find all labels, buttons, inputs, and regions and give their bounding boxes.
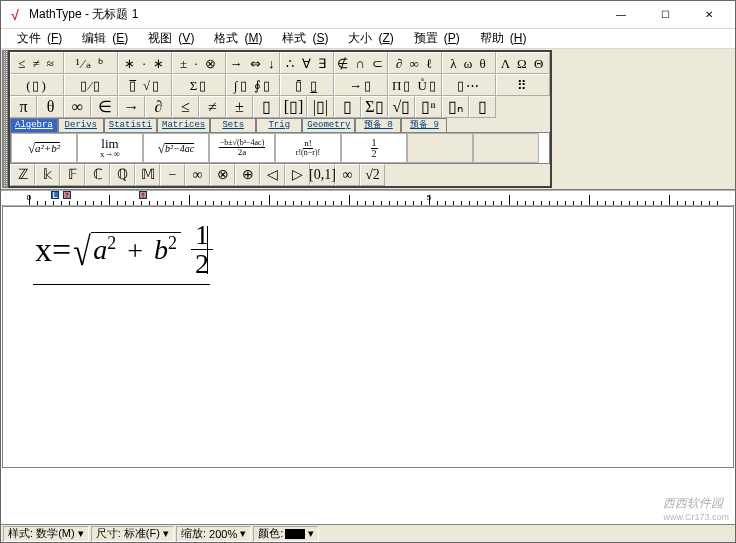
tab-statisti[interactable]: Statisti xyxy=(104,118,157,132)
symrow-btn-5[interactable]: 𝕄 xyxy=(135,164,160,186)
status-color[interactable]: 颜色: ▾ xyxy=(253,526,319,542)
palette2-btn-1[interactable]: ▯⁄▯ xyxy=(64,74,118,96)
symbol-palette: ≤ ≠ ≈¹⁄ₐ ᵇ∗ ∙ ∗± ∙ ⊗→ ⇔ ↓∴ ∀ ∃∉ ∩ ⊂∂ ∞ ℓ… xyxy=(8,50,552,188)
tab-matrices[interactable]: Matrices xyxy=(157,118,210,132)
equation-lhs: x= xyxy=(35,231,71,269)
window-title: MathType - 无标题 1 xyxy=(29,6,599,23)
palette3-btn-4[interactable]: → xyxy=(118,96,145,118)
menu-size[interactable]: 大小(Z) xyxy=(336,28,399,49)
template-limit[interactable]: limx→∞ xyxy=(77,133,143,163)
maximize-button[interactable]: ☐ xyxy=(643,2,687,28)
template-empty-1[interactable] xyxy=(407,133,473,163)
palette1-btn-6[interactable]: ∉ ∩ ⊂ xyxy=(334,52,388,74)
menu-view[interactable]: 视图(V) xyxy=(136,28,200,49)
tab-预备-8[interactable]: 预备 8 xyxy=(355,118,401,132)
palette3-btn-5[interactable]: ∂ xyxy=(145,96,172,118)
palette3-btn-15[interactable]: ▯ⁿ xyxy=(415,96,442,118)
app-icon: √ xyxy=(7,7,23,23)
symrow-btn-10[interactable]: ◁ xyxy=(260,164,285,186)
palette2-btn-5[interactable]: ▯̄ ▯̲ xyxy=(280,74,334,96)
minimize-button[interactable]: — xyxy=(599,2,643,28)
ruler-marker-T2[interactable]: ↑ xyxy=(139,191,147,199)
tab-derivs[interactable]: Derivs xyxy=(58,118,104,132)
palette2-btn-7[interactable]: Π▯ Ů▯ xyxy=(388,74,442,96)
fraction-one-half: 1 2 xyxy=(191,221,213,278)
ruler-marker-T1[interactable]: ↑ xyxy=(63,191,71,199)
palette2-btn-3[interactable]: Σ▯ xyxy=(172,74,226,96)
palette3-btn-16[interactable]: ▯ₙ xyxy=(442,96,469,118)
symrow-btn-14[interactable]: √2 xyxy=(360,164,385,186)
template-sqrt-ab[interactable]: √a²+b² xyxy=(11,133,77,163)
window-controls: — ☐ ✕ xyxy=(599,2,731,28)
menu-edit[interactable]: 编辑(E) xyxy=(70,28,134,49)
palette1-btn-3[interactable]: ± ∙ ⊗ xyxy=(172,52,226,74)
symrow-btn-0[interactable]: ℤ xyxy=(10,164,35,186)
menu-style[interactable]: 样式(S) xyxy=(270,28,334,49)
palette3-btn-12[interactable]: ▯ xyxy=(334,96,361,118)
status-style[interactable]: 样式: 数学(M) ▾ xyxy=(3,526,89,542)
tab-预备-9[interactable]: 预备 9 xyxy=(401,118,447,132)
symrow-btn-4[interactable]: ℚ xyxy=(110,164,135,186)
palette3-btn-10[interactable]: [▯] xyxy=(280,96,307,118)
symrow-btn-2[interactable]: 𝔽 xyxy=(60,164,85,186)
palette3-btn-8[interactable]: ± xyxy=(226,96,253,118)
palette2-btn-6[interactable]: →▯ xyxy=(334,74,388,96)
template-empty-2[interactable] xyxy=(473,133,539,163)
palette3-btn-13[interactable]: Σ▯ xyxy=(361,96,388,118)
symbol-row-bottom: ℤ𝕜𝔽ℂℚ𝕄−∞⊗⊕◁▷[0,1]∞√2 xyxy=(10,164,550,186)
symrow-btn-3[interactable]: ℂ xyxy=(85,164,110,186)
palette3-btn-17[interactable]: ▯ xyxy=(469,96,496,118)
template-one-half[interactable]: 12 xyxy=(341,133,407,163)
template-quadratic[interactable]: −b±√(b²−4ac)2a xyxy=(209,133,275,163)
status-size[interactable]: 尺寸: 标准(F) ▾ xyxy=(91,526,174,542)
template-discriminant[interactable]: √b²−4ac xyxy=(143,133,209,163)
palette3-btn-1[interactable]: θ xyxy=(37,96,64,118)
symrow-btn-8[interactable]: ⊗ xyxy=(210,164,235,186)
status-zoom[interactable]: 缩放: 200% ▾ xyxy=(176,526,251,542)
menu-help[interactable]: 帮助(H) xyxy=(468,28,533,49)
symrow-btn-12[interactable]: [0,1] xyxy=(310,164,335,186)
symrow-btn-9[interactable]: ⊕ xyxy=(235,164,260,186)
close-button[interactable]: ✕ xyxy=(687,2,731,28)
symrow-btn-7[interactable]: ∞ xyxy=(185,164,210,186)
symrow-btn-6[interactable]: − xyxy=(160,164,185,186)
menu-format[interactable]: 格式(M) xyxy=(202,28,268,49)
tab-geometry[interactable]: Geometry xyxy=(302,118,355,132)
equation-editor[interactable]: x= √ a2 + b2 1 2 xyxy=(2,206,734,468)
palette3-btn-7[interactable]: ≠ xyxy=(199,96,226,118)
palette1-btn-4[interactable]: → ⇔ ↓ xyxy=(226,52,280,74)
palette1-btn-0[interactable]: ≤ ≠ ≈ xyxy=(10,52,64,74)
template-combination[interactable]: n!r!(n−r)! xyxy=(275,133,341,163)
palette2-btn-0[interactable]: (▯) xyxy=(10,74,64,96)
palette1-btn-1[interactable]: ¹⁄ₐ ᵇ xyxy=(64,52,118,74)
tab-algebra[interactable]: Algebra xyxy=(10,118,58,132)
template-row: √a²+b² limx→∞ √b²−4ac −b±√(b²−4ac)2a n!r… xyxy=(10,132,550,164)
palette1-btn-9[interactable]: Λ Ω Θ xyxy=(496,52,550,74)
tab-sets[interactable]: Sets xyxy=(210,118,256,132)
palette2-btn-4[interactable]: ∫▯ ∮▯ xyxy=(226,74,280,96)
palette2-btn-8[interactable]: ▯⋯ xyxy=(442,74,496,96)
menu-file[interactable]: 文件(F) xyxy=(5,28,68,49)
palette3-btn-0[interactable]: π xyxy=(10,96,37,118)
palette1-btn-8[interactable]: λ ω θ xyxy=(442,52,496,74)
ruler-marker-L[interactable]: L xyxy=(51,191,59,199)
palette2-btn-9[interactable]: ⠿ xyxy=(496,74,550,96)
tab-trig[interactable]: Trig xyxy=(256,118,302,132)
symrow-btn-13[interactable]: ∞ xyxy=(335,164,360,186)
menu-prefs[interactable]: 预置(P) xyxy=(402,28,466,49)
ruler[interactable]: L ↑ ↑ 05 xyxy=(1,190,735,206)
palette3-btn-6[interactable]: ≤ xyxy=(172,96,199,118)
palette3-btn-9[interactable]: ▯ xyxy=(253,96,280,118)
palette3-btn-14[interactable]: √▯ xyxy=(388,96,415,118)
palette3-btn-2[interactable]: ∞ xyxy=(64,96,91,118)
palette2-btn-2[interactable]: ▯̅ √▯ xyxy=(118,74,172,96)
palette3-btn-11[interactable]: |▯| xyxy=(307,96,334,118)
palette1-btn-2[interactable]: ∗ ∙ ∗ xyxy=(118,52,172,74)
menubar: 文件(F) 编辑(E) 视图(V) 格式(M) 样式(S) 大小(Z) 预置(P… xyxy=(1,29,735,49)
palette3-btn-3[interactable]: ∈ xyxy=(91,96,118,118)
symrow-btn-1[interactable]: 𝕜 xyxy=(35,164,60,186)
symrow-btn-11[interactable]: ▷ xyxy=(285,164,310,186)
palette1-btn-7[interactable]: ∂ ∞ ℓ xyxy=(388,52,442,74)
palette1-btn-5[interactable]: ∴ ∀ ∃ xyxy=(280,52,334,74)
symbol-row-2: (▯)▯⁄▯▯̅ √▯Σ▯∫▯ ∮▯▯̄ ▯̲→▯Π▯ Ů▯▯⋯⠿ xyxy=(10,74,550,96)
